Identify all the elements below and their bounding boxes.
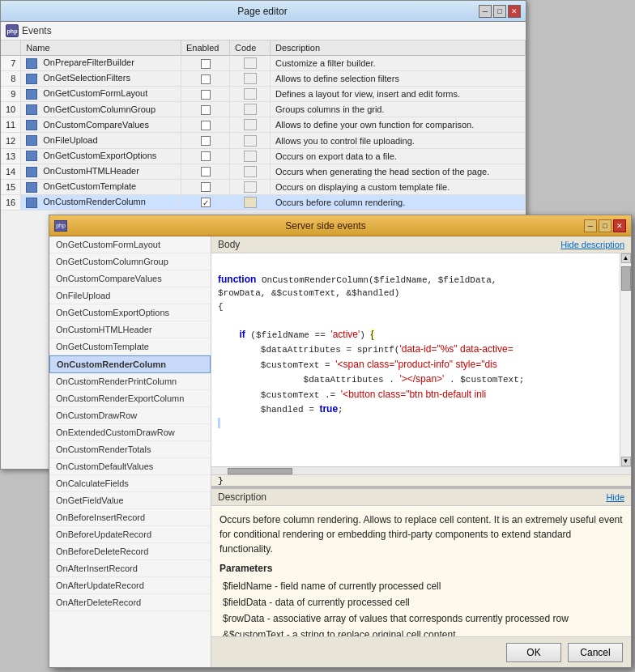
enabled-cell[interactable] <box>181 164 230 179</box>
se-event-item[interactable]: OnCustomHTMLHeader <box>49 321 211 338</box>
scroll-up-btn[interactable]: ▲ <box>621 253 631 263</box>
se-event-item[interactable]: OnFileUpload <box>49 287 211 304</box>
cancel-button[interactable]: Cancel <box>568 643 623 662</box>
code-cell[interactable] <box>230 102 271 117</box>
enabled-cell[interactable] <box>181 179 230 194</box>
se-event-item[interactable]: OnCustomRenderTotals <box>49 441 211 458</box>
se-event-item[interactable]: OnGetCustomTemplate <box>49 338 211 355</box>
event-name-cell[interactable]: OnCustomHTMLHeader <box>21 164 181 179</box>
event-icon <box>26 74 37 84</box>
table-row[interactable]: 12 OnFileUpload Allows you to control fi… <box>1 133 526 148</box>
table-row[interactable]: 7 OnPrepareFilterBuilder Customize a fil… <box>1 56 526 71</box>
event-name-cell[interactable]: OnPrepareFilterBuilder <box>21 56 181 71</box>
scroll-down-btn[interactable]: ▼ <box>621 457 631 466</box>
se-content: OnGetCustomFormLayoutOnGetCustomColumnGr… <box>49 236 631 667</box>
se-event-item[interactable]: OnBeforeDeleteRecord <box>49 543 211 560</box>
se-event-item[interactable]: OnGetCustomColumnGroup <box>49 253 211 270</box>
enabled-checkbox[interactable] <box>201 90 211 100</box>
enabled-checkbox[interactable] <box>201 182 211 192</box>
enabled-cell[interactable] <box>181 194 230 210</box>
se-event-item[interactable]: OnCustomDrawRow <box>49 407 211 424</box>
se-event-item[interactable]: OnGetCustomExportOptions <box>49 304 211 321</box>
enabled-cell[interactable] <box>181 71 230 87</box>
se-event-item[interactable]: OnAfterUpdateRecord <box>49 577 211 594</box>
event-name-cell[interactable]: OnCustomCompareValues <box>21 117 181 133</box>
se-event-item[interactable]: OnGetFieldValue <box>49 492 211 509</box>
enabled-checkbox[interactable] <box>201 198 211 207</box>
enabled-cell[interactable] <box>181 87 230 102</box>
enabled-checkbox[interactable] <box>201 105 211 115</box>
table-row[interactable]: 15 OnGetCustomTemplate Occurs on display… <box>1 179 526 194</box>
code-editor[interactable]: function OnCustomRenderColumn($fieldName… <box>211 253 620 466</box>
event-name-cell[interactable]: OnFileUpload <box>21 133 181 148</box>
enabled-cell[interactable] <box>181 102 230 117</box>
table-row[interactable]: 16 OnCustomRenderColumn Occurs before co… <box>1 194 526 210</box>
h-scroll-thumb[interactable] <box>228 468 292 474</box>
code-cell[interactable] <box>230 148 271 164</box>
code-indicator <box>244 88 257 100</box>
toolbar-strip: php Events <box>1 22 526 40</box>
se-event-item[interactable]: OnAfterDeleteRecord <box>49 594 211 611</box>
se-event-item[interactable]: OnCustomCompareValues <box>49 270 211 287</box>
closing-brace: } <box>218 476 224 486</box>
se-event-item[interactable]: OnCustomRenderPrintColumn <box>49 373 211 390</box>
event-name-cell[interactable]: OnGetCustomColumnGroup <box>21 102 181 117</box>
se-maximize-button[interactable]: □ <box>599 219 612 232</box>
enabled-checkbox[interactable] <box>201 151 211 161</box>
se-minimize-button[interactable]: ─ <box>584 219 597 232</box>
event-name-cell[interactable]: OnGetCustomFormLayout <box>21 87 181 102</box>
code-cell[interactable] <box>230 87 271 102</box>
table-row[interactable]: 14 OnCustomHTMLHeader Occurs when genera… <box>1 164 526 179</box>
se-event-item[interactable]: OnBeforeInsertRecord <box>49 509 211 526</box>
hide-link[interactable]: Hide <box>606 492 624 502</box>
vertical-scrollbar[interactable]: ▲ ▼ <box>620 253 631 466</box>
enabled-checkbox[interactable] <box>201 59 211 69</box>
se-event-item[interactable]: OnBeforeUpdateRecord <box>49 526 211 543</box>
hide-description-link[interactable]: Hide description <box>560 240 624 249</box>
row-num: 12 <box>1 133 21 148</box>
enabled-checkbox[interactable] <box>201 167 211 177</box>
ok-button[interactable]: OK <box>506 643 561 662</box>
se-event-item[interactable]: OnCustomRenderExportColumn <box>49 390 211 407</box>
code-cell[interactable] <box>230 117 271 133</box>
enabled-cell[interactable] <box>181 148 230 164</box>
se-event-item[interactable]: OnCalculateFields <box>49 475 211 492</box>
se-close-button[interactable]: ✕ <box>613 219 626 232</box>
minimize-button[interactable]: ─ <box>479 5 492 18</box>
enabled-checkbox[interactable] <box>201 121 211 130</box>
code-cell[interactable] <box>230 179 271 194</box>
se-event-item[interactable]: OnGetCustomFormLayout <box>49 236 211 253</box>
enabled-checkbox[interactable] <box>201 136 211 146</box>
se-event-item[interactable]: OnCustomRenderColumn <box>49 355 211 373</box>
maximize-button[interactable]: □ <box>493 5 506 18</box>
table-row[interactable]: 9 OnGetCustomFormLayout Defines a layout… <box>1 87 526 102</box>
code-cell[interactable] <box>230 194 271 210</box>
table-row[interactable]: 13 OnGetCustomExportOptions Occurs on ex… <box>1 148 526 164</box>
se-event-list[interactable]: OnGetCustomFormLayoutOnGetCustomColumnGr… <box>49 236 211 667</box>
code-cell[interactable] <box>230 133 271 148</box>
enabled-cell[interactable] <box>181 117 230 133</box>
se-event-item[interactable]: OnAfterInsertRecord <box>49 560 211 577</box>
event-name-cell[interactable]: OnGetSelectionFilters <box>21 71 181 87</box>
table-row[interactable]: 8 OnGetSelectionFilters Allows to define… <box>1 71 526 87</box>
enabled-cell[interactable] <box>181 56 230 71</box>
code-cell[interactable] <box>230 71 271 87</box>
table-row[interactable]: 11 OnCustomCompareValues Allows to defin… <box>1 117 526 133</box>
event-icon <box>26 104 37 115</box>
se-code-header: Body Hide description <box>211 236 631 253</box>
se-event-item[interactable]: OnExtendedCustomDrawRow <box>49 424 211 441</box>
code-cell[interactable] <box>230 56 271 71</box>
code-cell[interactable] <box>230 164 271 179</box>
server-events-titlebar: php Server side events ─ □ ✕ <box>49 215 631 236</box>
horizontal-scrollbar[interactable] <box>211 466 631 474</box>
scroll-thumb[interactable] <box>621 266 631 291</box>
event-name-cell[interactable]: OnGetCustomExportOptions <box>21 148 181 164</box>
enabled-cell[interactable] <box>181 133 230 148</box>
enabled-checkbox[interactable] <box>201 74 211 84</box>
description-cell: Occurs when generating the head section … <box>271 164 526 179</box>
event-name-cell[interactable]: OnGetCustomTemplate <box>21 179 181 194</box>
close-button[interactable]: ✕ <box>508 5 521 18</box>
event-name-cell[interactable]: OnCustomRenderColumn <box>21 194 181 210</box>
se-event-item[interactable]: OnCustomDefaultValues <box>49 458 211 475</box>
table-row[interactable]: 10 OnGetCustomColumnGroup Groups columns… <box>1 102 526 117</box>
